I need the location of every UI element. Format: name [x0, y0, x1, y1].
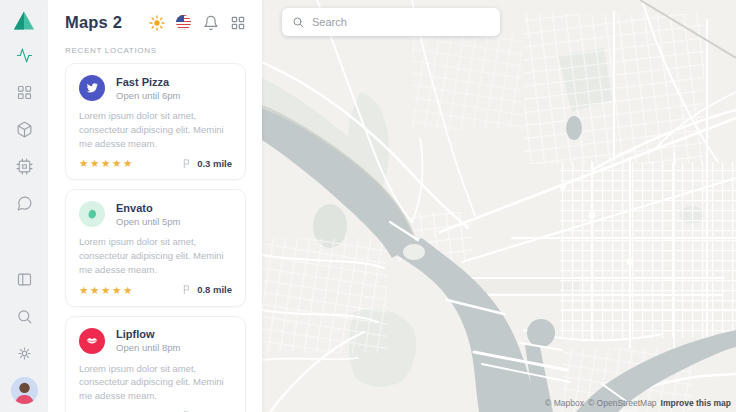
apps-grid-icon[interactable] — [229, 14, 246, 31]
us-flag-icon[interactable] — [175, 14, 192, 31]
card-avatar — [79, 201, 105, 227]
sun-icon[interactable] — [148, 14, 165, 31]
card-header-text: Envato Open until 5pm — [116, 202, 180, 227]
search-icon — [292, 16, 304, 28]
card-header: Envato Open until 5pm — [79, 201, 232, 227]
card-rating-stars[interactable]: ★★★★★ — [79, 157, 182, 169]
locations-panel: Maps 2 — [48, 0, 262, 412]
map-attribution: © Mapbox © OpenStreetMap Improve this ma… — [545, 398, 731, 408]
card-distance-text: 0.3 mile — [197, 158, 232, 169]
improve-map-link[interactable]: Improve this map — [661, 398, 731, 408]
rail-item-search[interactable] — [0, 298, 48, 335]
sidebar-layout-icon — [16, 271, 33, 288]
header-icons — [148, 14, 246, 31]
card-title: Lipflow — [116, 328, 180, 340]
rail-item-integrations[interactable] — [0, 148, 48, 185]
rail-item-settings[interactable] — [0, 335, 48, 372]
map-canvas[interactable]: © Mapbox © OpenStreetMap Improve this ma… — [262, 0, 736, 412]
card-title: Fast Pizza — [116, 76, 180, 88]
location-card[interactable]: Lipflow Open until 8pm Lorem ipsum dolor… — [65, 316, 246, 412]
rail-nav — [0, 37, 48, 222]
card-footer: ★★★★★ 0.8 mile — [79, 284, 232, 296]
gear-icon — [16, 345, 33, 362]
rail-bottom — [0, 261, 48, 372]
card-avatar — [79, 75, 105, 101]
card-title: Envato — [116, 202, 180, 214]
card-distance: 0.3 mile — [182, 158, 232, 169]
location-card[interactable]: Fast Pizza Open until 6pm Lorem ipsum do… — [65, 63, 246, 180]
apps-grid-icon — [16, 84, 33, 101]
box-icon — [16, 121, 33, 138]
flag-icon — [182, 284, 193, 295]
card-description: Lorem ipsum dolor sit amet, consectetur … — [79, 109, 232, 150]
bird-icon — [85, 81, 99, 95]
card-distance-text: 0.8 mile — [197, 284, 232, 295]
flag-icon — [182, 158, 193, 169]
icon-rail — [0, 0, 48, 412]
recent-locations-label: RECENT LOCATIONS — [65, 46, 246, 55]
panel-header: Maps 2 — [65, 0, 246, 32]
card-hours: Open until 8pm — [116, 342, 180, 353]
maps-app: Maps 2 — [0, 0, 736, 412]
bell-icon[interactable] — [202, 14, 219, 31]
card-hours: Open until 5pm — [116, 216, 180, 227]
recent-locations-list: Fast Pizza Open until 6pm Lorem ipsum do… — [65, 63, 246, 412]
mapbox-attribution-link[interactable]: © Mapbox — [545, 398, 584, 408]
card-avatar — [79, 328, 105, 354]
card-description: Lorem ipsum dolor sit amet, consectetur … — [79, 362, 232, 403]
rail-item-products[interactable] — [0, 111, 48, 148]
card-hours: Open until 6pm — [116, 90, 180, 101]
rail-item-activity[interactable] — [0, 37, 48, 74]
card-header-text: Lipflow Open until 8pm — [116, 328, 180, 353]
app-logo-triangle-icon[interactable] — [12, 9, 36, 33]
map-search — [282, 8, 500, 36]
search-icon — [16, 308, 33, 325]
osm-attribution-link[interactable]: © OpenStreetMap — [588, 398, 657, 408]
rail-item-pages[interactable] — [0, 261, 48, 298]
activity-icon — [16, 47, 33, 64]
map-art — [262, 0, 736, 412]
rail-item-messages[interactable] — [0, 185, 48, 222]
location-card[interactable]: Envato Open until 5pm Lorem ipsum dolor … — [65, 189, 246, 306]
user-avatar[interactable] — [11, 377, 38, 404]
search-input[interactable] — [312, 16, 490, 28]
card-footer: ★★★★★ 0.3 mile — [79, 157, 232, 169]
card-header: Lipflow Open until 8pm — [79, 328, 232, 354]
rail-item-dashboard[interactable] — [0, 74, 48, 111]
card-header: Fast Pizza Open until 6pm — [79, 75, 232, 101]
card-distance: 0.8 mile — [182, 284, 232, 295]
card-rating-stars[interactable]: ★★★★★ — [79, 284, 182, 296]
chat-bubble-icon — [16, 195, 33, 212]
card-description: Lorem ipsum dolor sit amet, consectetur … — [79, 235, 232, 276]
page-title: Maps 2 — [65, 13, 148, 32]
cpu-icon — [16, 158, 33, 175]
leaf-icon — [85, 207, 99, 221]
card-header-text: Fast Pizza Open until 6pm — [116, 76, 180, 101]
lips-icon — [85, 334, 99, 348]
